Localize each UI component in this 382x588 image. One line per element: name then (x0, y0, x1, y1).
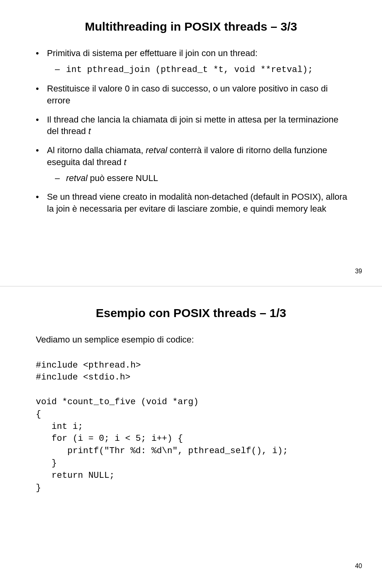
bullet-text: può essere NULL (88, 173, 158, 183)
bullet-text: Al ritorno dalla chiamata, (47, 145, 146, 155)
bullet-text: Primitiva di sistema per effettuare il j… (47, 48, 257, 58)
bullet-item: Al ritorno dalla chiamata, retval conter… (36, 144, 350, 184)
sub-bullet-list: retval può essere NULL (55, 172, 350, 184)
slide-40: Esempio con POSIX threads – 1/3 Vediamo … (0, 286, 382, 581)
code-block: #include <pthread.h> #include <stdio.h> … (36, 360, 350, 495)
page-number: 40 (355, 563, 362, 570)
bullet-text: Restituisce il valore 0 in caso di succe… (47, 84, 328, 105)
code-inline: int pthread_join (pthread_t *t, void **r… (66, 65, 313, 75)
intro-text: Vediamo un semplice esempio di codice: (36, 334, 350, 346)
sub-bullet-item: retval può essere NULL (55, 172, 350, 184)
bullet-text: Se un thread viene creato in modalità no… (47, 192, 347, 214)
bullet-item: Se un thread viene creato in modalità no… (36, 191, 350, 214)
slide-title: Multithreading in POSIX threads – 3/3 (32, 20, 350, 33)
sub-bullet-list: int pthread_join (pthread_t *t, void **r… (55, 63, 350, 76)
slide-39: Multithreading in POSIX threads – 3/3 Pr… (0, 0, 382, 286)
bullet-item: Primitiva di sistema per effettuare il j… (36, 47, 350, 76)
italic-text: retval (66, 173, 88, 183)
slide-title: Esempio con POSIX threads – 1/3 (32, 306, 350, 320)
italic-text: retval (146, 145, 167, 155)
bullet-list: Primitiva di sistema per effettuare il j… (36, 47, 350, 215)
italic-text: t (124, 157, 126, 167)
italic-text: t (88, 126, 91, 136)
sub-bullet-item: int pthread_join (pthread_t *t, void **r… (55, 63, 350, 76)
page-number: 39 (355, 268, 362, 275)
bullet-item: Restituisce il valore 0 in caso di succe… (36, 83, 350, 106)
bullet-item: Il thread che lancia la chiamata di join… (36, 114, 350, 137)
